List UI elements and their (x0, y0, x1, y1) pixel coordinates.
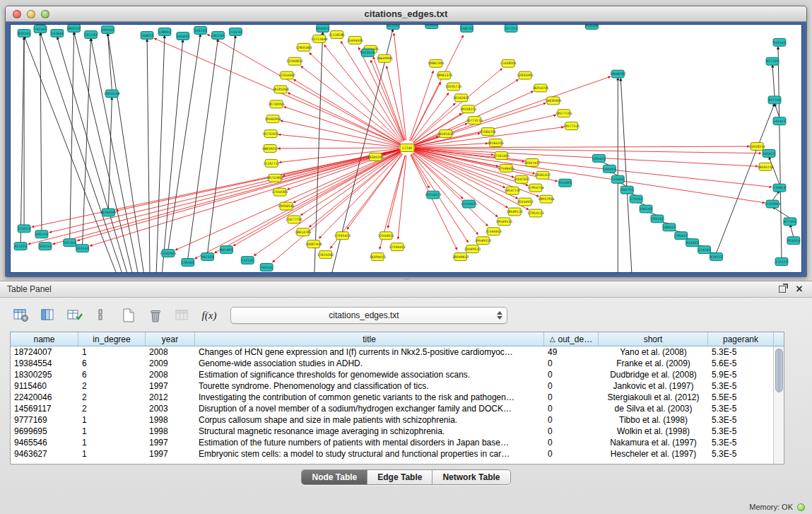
graph-edge[interactable] (410, 71, 434, 141)
graph-edge[interactable] (91, 38, 139, 273)
table-row[interactable]: 1872400712008Changes of HCN gene express… (11, 346, 784, 358)
table-cell: 18300295 (11, 369, 78, 380)
window-title: citations_edges.txt (6, 8, 806, 19)
graph-node-label: 505133 (35, 233, 48, 236)
graph-edge[interactable] (28, 150, 400, 245)
graph-edge[interactable] (208, 35, 236, 253)
graph-edge[interactable] (790, 224, 794, 237)
graph-node-label: 194143 (651, 217, 664, 221)
column-header-name[interactable]: name (11, 332, 78, 346)
graph-edge[interactable] (254, 152, 401, 255)
dropdown-arrows-icon (497, 311, 502, 320)
table-cell: Embryonic stem cells: a model to study s… (195, 448, 544, 460)
table-scrollbar[interactable] (773, 346, 784, 464)
table-row[interactable]: 2242004622012Investigating the contribut… (11, 392, 784, 403)
graph-edge[interactable] (162, 40, 183, 273)
graph-edge[interactable] (283, 107, 399, 146)
table-cell: Structural magnetic resonance image aver… (195, 426, 544, 437)
graph-edge[interactable] (772, 207, 790, 218)
table-row[interactable]: 977716911998Corpus callosum shape and si… (11, 414, 784, 426)
table-cell: 9463627 (11, 448, 78, 460)
graph-edge[interactable] (373, 57, 404, 141)
graph-edge[interactable] (772, 191, 779, 201)
show-columns-icon[interactable] (38, 306, 58, 325)
graph-edge[interactable] (40, 33, 42, 230)
graph-edge[interactable] (415, 149, 535, 173)
table-cell: 2 (78, 403, 146, 414)
graph-edge[interactable] (40, 33, 123, 273)
column-header-in-degree[interactable]: in_degree (78, 332, 146, 346)
import-table-icon[interactable] (172, 306, 192, 325)
table-row[interactable]: 911546021997Tourette syndrome. Phenomeno… (11, 380, 784, 392)
graph-edge[interactable] (278, 148, 399, 148)
table-row[interactable]: 969969511998Structural magnetic resonanc… (11, 426, 784, 437)
table-selector-dropdown[interactable]: citations_edges.txt (230, 307, 507, 324)
graph-edge[interactable] (716, 103, 775, 253)
column-header-year[interactable]: year (146, 332, 195, 346)
graph-edge[interactable] (288, 93, 400, 144)
table-scrollbar-thumb[interactable] (775, 349, 783, 392)
graph-edge[interactable] (70, 32, 74, 239)
sort-ascending-icon: △ (550, 335, 555, 343)
table-row[interactable]: 1938455462009Genome-wide association stu… (11, 358, 784, 369)
graph-edge[interactable] (108, 97, 112, 209)
tab-edge-table[interactable]: Edge Table (367, 470, 433, 484)
function-builder-button[interactable]: f(x) (199, 306, 219, 325)
column-settings-icon[interactable] (11, 306, 31, 325)
table-cell: Genome-wide association studies in ADHD. (195, 358, 544, 369)
table-cell: Corpus callosum shape and size in male p… (195, 414, 544, 426)
select-all-icon[interactable] (65, 306, 85, 325)
graph-node-label: 138833 (158, 30, 171, 34)
graph-edge[interactable] (411, 155, 457, 250)
graph-edge[interactable] (49, 150, 400, 233)
float-panel-icon[interactable] (777, 284, 788, 295)
delete-table-icon[interactable] (146, 306, 165, 325)
table-row[interactable]: 1456911722003Disruption of a novel membe… (11, 403, 784, 414)
network-canvas[interactable]: 1724012805363222608131755430018185058207… (10, 24, 802, 273)
new-table-icon[interactable] (119, 306, 139, 325)
graph-edge[interactable] (194, 151, 400, 259)
graph-edge[interactable] (83, 38, 91, 245)
graph-edge[interactable] (415, 146, 749, 148)
graph-node-label: 18549123 (507, 210, 523, 214)
tab-network-table[interactable]: Network Table (433, 470, 510, 484)
column-header-pagerank[interactable]: pagerank (708, 332, 774, 346)
graph-edge[interactable] (778, 47, 782, 258)
graph-edge[interactable] (314, 32, 323, 273)
graph-edge[interactable] (147, 39, 150, 273)
column-header-short[interactable]: short (599, 332, 708, 346)
graph-node-label: 750243 (260, 266, 273, 269)
graph-edge[interactable] (107, 33, 112, 90)
table-row[interactable]: 946554611997Estimation of the future num… (11, 437, 784, 448)
graph-edge[interactable] (233, 151, 400, 245)
tab-node-table[interactable]: Node Table (302, 470, 367, 484)
table-cell: Wolkin et al. (1998) (599, 426, 708, 437)
close-panel-icon[interactable]: × (794, 284, 805, 295)
graph-edge[interactable] (214, 151, 400, 253)
graph-edge[interactable] (772, 65, 775, 97)
graph-node-label: 8313074 (360, 51, 375, 54)
table-cell: 0 (544, 392, 599, 403)
row-height-icon[interactable] (92, 306, 112, 325)
graph-edge[interactable] (107, 33, 144, 273)
graph-edge[interactable] (156, 35, 165, 273)
column-header-out-de-[interactable]: △out_de… (544, 332, 599, 346)
graph-edge[interactable] (32, 149, 399, 227)
graph-edge[interactable] (90, 150, 399, 246)
table-tabs: Node TableEdge TableNetwork Table (301, 469, 510, 485)
window-titlebar[interactable]: citations_edges.txt (6, 6, 806, 22)
graph-node-label: 160453 (763, 152, 775, 156)
graph-edge[interactable] (414, 151, 505, 187)
table-row[interactable]: 1830029562008Estimation of significance … (11, 369, 784, 380)
graph-edge[interactable] (116, 149, 399, 211)
graph-edge[interactable] (415, 149, 765, 203)
table-row[interactable]: 946362711997Embryonic stem cells: a mode… (11, 448, 784, 460)
memory-status-led-icon (797, 503, 805, 511)
graph-edge[interactable] (20, 37, 24, 243)
column-header-title[interactable]: title (195, 332, 544, 346)
graph-edge[interactable] (415, 148, 758, 167)
graph-node-label: 291333 (64, 241, 76, 245)
graph-edge[interactable] (175, 151, 400, 250)
graph-edge[interactable] (188, 39, 218, 259)
graph-edge[interactable] (168, 34, 201, 250)
